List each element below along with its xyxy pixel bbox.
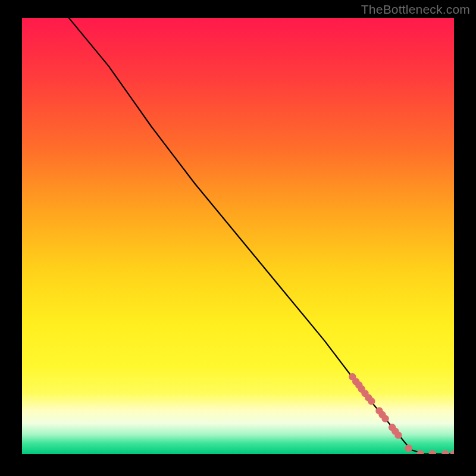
data-point [381, 415, 389, 422]
watermark-label: TheBottleneck.com [361, 2, 470, 17]
data-point [394, 431, 402, 439]
data-point [368, 397, 375, 405]
chart-frame: TheBottleneck.com [0, 0, 476, 476]
plot-area [22, 18, 454, 454]
chart-svg [22, 18, 454, 454]
data-point [405, 444, 412, 452]
